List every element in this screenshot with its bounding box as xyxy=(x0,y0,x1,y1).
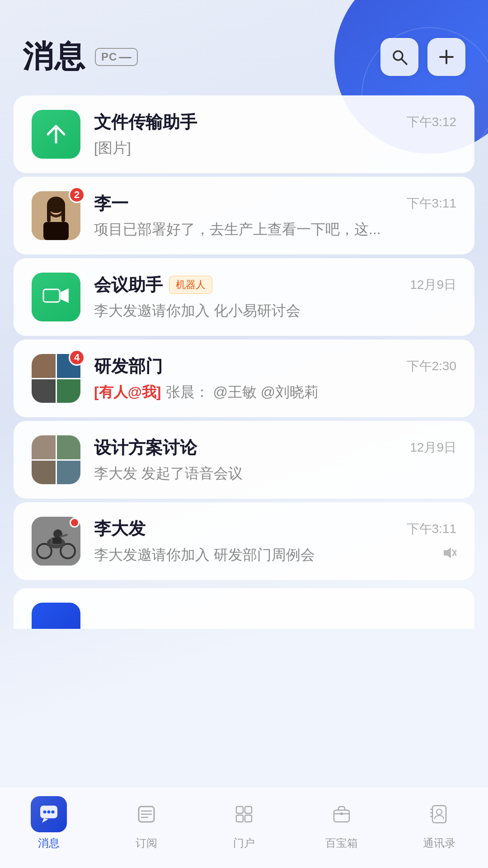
header: 消息 PC xyxy=(0,0,488,91)
list-item[interactable]: 4 研发部门 下午2:30 [有人@我] 张晨： @王敏 @刘晓莉 xyxy=(14,340,474,417)
message-time: 下午3:12 xyxy=(407,113,457,131)
svg-rect-12 xyxy=(43,222,69,240)
message-preview: [有人@我] 张晨： @王敏 @刘晓莉 xyxy=(94,382,456,402)
nav-label-toolbox: 百宝箱 xyxy=(325,836,358,850)
message-time: 下午3:11 xyxy=(407,195,457,212)
arrow-icon xyxy=(42,121,70,148)
name-row: 李大发 xyxy=(94,517,145,540)
svg-rect-35 xyxy=(236,815,243,822)
plus-icon xyxy=(437,48,455,66)
list-item[interactable]: 设计方案讨论 12月9日 李大发 发起了语音会议 xyxy=(14,421,474,499)
nav-label-portal: 门户 xyxy=(233,836,255,850)
avatar xyxy=(32,273,80,321)
name-row: 会议助手 机器人 xyxy=(94,274,212,297)
partial-avatar xyxy=(32,603,80,629)
svg-rect-33 xyxy=(236,807,243,813)
robot-badge: 机器人 xyxy=(169,276,212,294)
pc-badge: PC xyxy=(95,48,138,66)
preview-text: 张晨： @王敏 @刘晓莉 xyxy=(166,382,319,402)
avatar-wrap xyxy=(32,517,80,566)
message-content: 文件传输助手 下午3:12 [图片] xyxy=(94,111,456,158)
message-top: 设计方案讨论 12月9日 xyxy=(94,436,456,459)
svg-point-27 xyxy=(47,811,51,814)
nav-item-messages[interactable]: 消息 xyxy=(0,796,98,850)
nav-item-contacts[interactable]: 通讯录 xyxy=(390,796,488,850)
mute-icon xyxy=(440,545,456,565)
avatar-wrap: 4 xyxy=(32,354,80,403)
svg-point-39 xyxy=(340,812,343,815)
messages-nav-icon xyxy=(38,804,59,825)
nav-item-toolbox[interactable]: 百宝箱 xyxy=(293,796,390,850)
contact-name: 设计方案讨论 xyxy=(94,436,197,459)
name-row: 设计方案讨论 xyxy=(94,436,197,459)
message-top: 文件传输助手 下午3:12 xyxy=(94,111,456,134)
contacts-nav-icon xyxy=(429,804,450,825)
message-preview: 李大发邀请你加入 研发部门周例会 xyxy=(94,545,456,565)
avatar-wrap xyxy=(32,435,80,484)
svg-rect-36 xyxy=(245,815,252,822)
unread-badge: 4 xyxy=(69,349,85,366)
avatar-wrap xyxy=(32,273,80,321)
preview-text: 李大发邀请你加入 化小易研讨会 xyxy=(94,301,300,321)
preview-text: [图片] xyxy=(94,138,131,158)
contact-name: 李一 xyxy=(94,192,128,215)
message-preview: 李大发邀请你加入 化小易研讨会 xyxy=(94,301,456,321)
svg-rect-13 xyxy=(43,289,60,302)
message-time: 12月9日 xyxy=(410,439,456,456)
name-row: 李一 xyxy=(94,192,128,215)
page-title: 消息 xyxy=(23,36,86,77)
partial-list-item[interactable] xyxy=(14,588,474,629)
message-preview: 李大发 发起了语音会议 xyxy=(94,464,456,484)
unread-badge: 2 xyxy=(69,187,85,203)
contact-name: 李大发 xyxy=(94,517,145,540)
name-row: 研发部门 xyxy=(94,355,163,378)
list-item[interactable]: 李大发 下午3:11 李大发邀请你加入 研发部门周例会 xyxy=(14,502,474,580)
pc-badge-underline xyxy=(119,57,131,58)
svg-point-26 xyxy=(43,811,47,814)
message-top: 李一 下午3:11 xyxy=(94,192,456,215)
nav-icon-messages-wrap xyxy=(31,796,67,832)
nav-label-messages: 消息 xyxy=(38,836,60,850)
preview-text: 李大发 发起了语音会议 xyxy=(94,464,243,484)
message-content: 李大发 下午3:11 李大发邀请你加入 研发部门周例会 xyxy=(94,517,456,565)
add-button[interactable] xyxy=(427,38,465,76)
contact-name: 研发部门 xyxy=(94,355,163,378)
nav-label-subscribe: 订阅 xyxy=(136,836,157,850)
search-button[interactable] xyxy=(380,38,418,76)
preview-text: 李大发邀请你加入 研发部门周例会 xyxy=(94,545,315,565)
svg-rect-37 xyxy=(334,810,349,822)
list-item[interactable]: 会议助手 机器人 12月9日 李大发邀请你加入 化小易研讨会 xyxy=(14,258,474,336)
nav-icon-portal-wrap xyxy=(226,796,262,832)
video-icon xyxy=(42,286,70,308)
svg-marker-14 xyxy=(61,288,69,303)
name-row: 文件传输助手 xyxy=(94,111,197,134)
message-preview: 项目已部署好了，去生产上查看一下吧，这... xyxy=(94,220,456,240)
search-icon xyxy=(390,48,408,66)
list-item[interactable]: 2 李一 下午3:11 项目已部署好了，去生产上查看一下吧，这... xyxy=(14,177,474,255)
nav-item-subscribe[interactable]: 订阅 xyxy=(98,796,195,850)
message-content: 会议助手 机器人 12月9日 李大发邀请你加入 化小易研讨会 xyxy=(94,274,456,321)
subscribe-nav-icon xyxy=(136,804,157,825)
message-list: 文件传输助手 下午3:12 [图片] xyxy=(0,91,488,585)
message-content: 研发部门 下午2:30 [有人@我] 张晨： @王敏 @刘晓莉 xyxy=(94,355,456,402)
nav-icon-contacts-wrap xyxy=(421,796,457,832)
message-preview: [图片] xyxy=(94,138,456,158)
toolbox-nav-icon xyxy=(331,804,352,825)
nav-label-contacts: 通讯录 xyxy=(423,836,455,850)
message-top: 会议助手 机器人 12月9日 xyxy=(94,274,456,297)
portal-nav-icon xyxy=(234,804,254,825)
avatar-wrap xyxy=(32,110,80,159)
message-content: 李一 下午3:11 项目已部署好了，去生产上查看一下吧，这... xyxy=(94,192,456,240)
svg-rect-9 xyxy=(47,204,51,222)
bottom-navigation: 消息 订阅 门户 xyxy=(0,787,488,868)
message-top: 李大发 下午3:11 xyxy=(94,517,456,540)
message-time: 下午3:11 xyxy=(407,520,457,538)
svg-point-28 xyxy=(52,811,55,814)
pc-badge-text: PC xyxy=(101,51,117,63)
avatar-wrap: 2 xyxy=(32,191,80,240)
avatar xyxy=(32,110,80,159)
svg-rect-21 xyxy=(52,538,61,544)
list-item[interactable]: 文件传输助手 下午3:12 [图片] xyxy=(14,95,474,173)
nav-item-portal[interactable]: 门户 xyxy=(195,796,293,850)
nav-icon-subscribe-wrap xyxy=(128,796,164,832)
